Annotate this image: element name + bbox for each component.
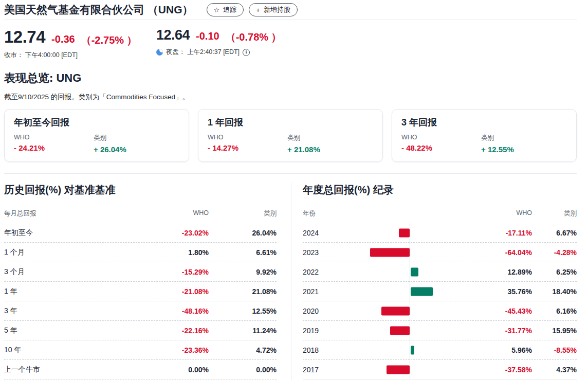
category-value: + 12.55% [481, 145, 567, 154]
col-who: WHO [147, 209, 209, 218]
night-change-percent: （-0.78% ） [226, 30, 282, 44]
night-session-text: 夜盘： 上午2:40:37 [EDT] [166, 48, 240, 57]
tables-section: 历史回报(%) 对基准基准 每月总回报 WHO 类别 年初至今 -23.02% … [4, 183, 577, 380]
who-value: - 48.22% [401, 143, 481, 152]
col-year: 年份 [303, 209, 354, 218]
row-category-value: 18.40% [532, 287, 577, 296]
table-row: 1 年 -21.08% 21.08% [4, 282, 277, 301]
star-icon: ☆ [214, 6, 220, 14]
night-change-value: -0.10 [196, 30, 219, 44]
regular-price-row: 12.74 -0.36 （-2.75% ） [4, 27, 156, 47]
return-bar [381, 306, 410, 315]
row-category-value: 11.24% [209, 327, 277, 335]
zero-axis-line [410, 360, 410, 379]
row-year-label: 2019 [303, 327, 354, 335]
night-session-quote: 12.64 -0.10 （-0.78% ） 夜盘： 上午2:40:37 [EDT… [156, 27, 282, 60]
row-period-label: 3 年 [4, 306, 147, 316]
return-bar [411, 346, 414, 354]
row-who-value: -22.16% [147, 327, 209, 335]
section-divider [4, 173, 577, 174]
row-period-label: 3 个月 [4, 267, 147, 277]
row-bar-chart [354, 340, 443, 360]
row-category-value: 12.55% [209, 307, 277, 315]
row-period-label: 年初至今 [4, 228, 147, 238]
header-buttons: ☆ 追踪 + 新增持股 [207, 3, 298, 16]
plus-icon: + [256, 6, 260, 14]
row-category-value: 6.16% [532, 307, 577, 315]
row-year-label: 2017 [303, 366, 354, 374]
return-bar [387, 365, 410, 374]
row-year-label: 2024 [303, 229, 354, 237]
table-row: 10 年 -23.36% 4.72% [4, 340, 277, 360]
row-period-label: 5 年 [4, 326, 147, 335]
night-price: 12.64 [156, 27, 190, 43]
row-year-label: 2022 [303, 268, 354, 276]
header-divider [4, 20, 577, 20]
row-who-value: -48.16% [147, 307, 209, 315]
category-label: 类别 [94, 134, 179, 142]
row-category-value: 21.08% [209, 287, 277, 296]
row-category-value: 26.04% [209, 229, 277, 237]
annual-table-header: 年份 WHO 类别 [303, 209, 577, 223]
zero-axis-line [410, 243, 410, 262]
zero-axis-line [410, 321, 410, 340]
zero-axis-line [410, 301, 410, 321]
table-row: 2023 -64.04% -4.28% [303, 243, 577, 262]
overview-title: 表现总览: UNG [4, 70, 577, 86]
col-monthly-total-return: 每月总回报 [4, 209, 147, 218]
row-bar-chart [354, 282, 443, 301]
history-table-header: 每月总回报 WHO 类别 [4, 209, 277, 223]
return-bar [411, 267, 418, 276]
regular-price: 12.74 [4, 27, 45, 47]
col-who: WHO [443, 209, 532, 218]
return-bar [411, 287, 433, 296]
table-row: 2024 -17.11% 6.67% [303, 223, 577, 243]
zero-axis-line [410, 262, 410, 282]
row-who-value: -31.77% [443, 327, 532, 335]
category-label: 类别 [481, 134, 567, 142]
regular-session-quote: 12.74 -0.36 （-2.75% ） 收市： 下午4:00:00 [EDT… [4, 27, 156, 60]
regular-change-percent: （-2.75% ） [81, 33, 137, 47]
row-who-value: 0.00% [147, 366, 209, 374]
add-holdings-button-label: 新增持股 [264, 5, 290, 14]
page-title: 美国天然气基金有限合伙公司 （UNG） [4, 3, 193, 17]
page: 美国天然气基金有限合伙公司 （UNG） ☆ 追踪 + 新增持股 12.74 -0… [0, 0, 588, 380]
card-3y-return: 3 年回报 WHO - 48.22% 类别 + 12.55% [392, 109, 577, 162]
night-price-row: 12.64 -0.10 （-0.78% ） [156, 27, 282, 44]
regular-change: -0.36 （-2.75% ） [51, 33, 137, 47]
row-who-value: -21.08% [147, 287, 209, 296]
return-bar [390, 326, 410, 335]
row-bar-chart [354, 223, 443, 243]
add-holdings-button[interactable]: + 新增持股 [249, 3, 298, 16]
row-who-value: -15.29% [147, 268, 209, 276]
table-row: 2018 5.96% -8.55% [303, 340, 577, 360]
return-bar [399, 228, 410, 237]
follow-button[interactable]: ☆ 追踪 [207, 3, 244, 16]
card-title: 3 年回报 [401, 116, 567, 129]
row-category-value: 6.61% [209, 248, 277, 257]
category-value: + 26.04% [94, 145, 179, 154]
night-change: -0.10 （-0.78% ） [196, 30, 282, 44]
performance-cards: 年初至今回报 WHO - 24.21% 类别 + 26.04% 1 年回报 WH… [4, 109, 577, 162]
category-label: 类别 [287, 134, 373, 142]
row-year-label: 2020 [303, 307, 354, 315]
regular-session-text: 收市： 下午4:00:00 [EDT] [4, 51, 78, 60]
row-who-value: 12.89% [443, 268, 532, 276]
history-title: 历史回报(%) 对基准基准 [4, 183, 277, 197]
row-category-value: 4.72% [209, 346, 277, 354]
row-period-label: 10 年 [4, 346, 147, 355]
who-value: - 24.21% [14, 143, 94, 152]
table-row: 3 年 -48.16% 12.55% [4, 301, 277, 321]
return-bar [370, 248, 410, 257]
row-period-label: 1 个月 [4, 248, 147, 257]
row-bar-chart [354, 301, 443, 321]
table-row: 2019 -31.77% 15.95% [303, 321, 577, 340]
info-icon[interactable]: i [243, 49, 250, 56]
row-who-value: 1.80% [147, 248, 209, 257]
zero-axis-line [410, 282, 410, 301]
table-row: 2017 -37.58% 4.37% [303, 360, 577, 379]
row-who-value: -45.43% [443, 307, 532, 315]
row-category-value: -4.28% [532, 248, 577, 257]
annual-returns-section: 年度总回报(%) 纪录 年份 WHO 类别 2024 -17.11% 6.67%… [291, 183, 577, 380]
row-category-value: 0.00% [209, 366, 277, 374]
